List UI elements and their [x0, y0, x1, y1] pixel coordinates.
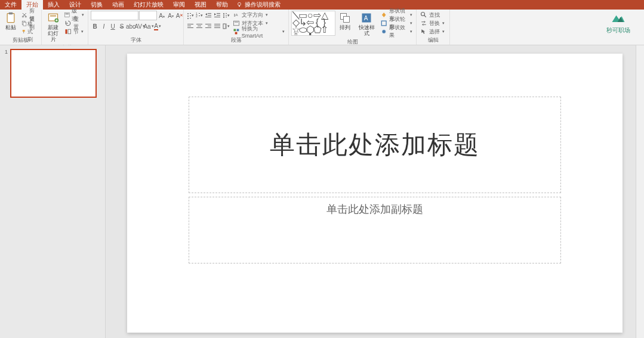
justify-button[interactable] [213, 22, 221, 30]
tab-file[interactable]: 文件 [0, 0, 21, 10]
decrease-indent-icon [205, 12, 212, 19]
chevron-down-icon: ▾ [410, 21, 412, 26]
title-placeholder-text: 单击此处添加标题 [270, 128, 480, 162]
chevron-down-icon: ▾ [227, 13, 230, 18]
reset-button[interactable]: 重置 [63, 19, 85, 27]
decrease-font-button[interactable]: A▾ [167, 11, 175, 20]
font-color-button[interactable]: A▾ [153, 22, 162, 30]
svg-point-17 [187, 13, 189, 14]
bullets-icon [187, 12, 191, 19]
tab-view[interactable]: 视图 [190, 0, 211, 10]
svg-rect-3 [9, 13, 13, 14]
slide-number: 1 [5, 49, 8, 98]
chevron-down-icon: ▾ [159, 24, 161, 29]
group-slides: 新建 幻灯片 版式▾ 重置 节▾ 幻灯片 [42, 10, 88, 45]
increase-indent-button[interactable] [213, 11, 221, 20]
svg-rect-27 [208, 13, 211, 14]
cut-icon [21, 11, 27, 18]
format-painter-button[interactable]: 格式刷 [20, 27, 39, 36]
tab-slideshow[interactable]: 幻灯片放映 [129, 0, 168, 10]
vertical-scrollbar[interactable] [636, 45, 644, 338]
slide[interactable]: 单击此处添加标题 单击此处添加副标题 [127, 54, 623, 333]
svg-rect-42 [205, 24, 211, 24]
arrange-icon [339, 12, 351, 24]
clear-formatting-button[interactable]: A✕ [175, 11, 184, 20]
change-case-button[interactable]: Aa▾ [144, 22, 153, 30]
svg-rect-57 [344, 17, 350, 23]
align-left-icon [187, 23, 194, 30]
svg-point-19 [187, 15, 189, 17]
svg-rect-35 [226, 17, 227, 17]
section-button[interactable]: 节▾ [63, 27, 85, 36]
replace-button[interactable]: 替换▾ [419, 19, 446, 27]
brand-logo: 秒可职场 [597, 12, 639, 35]
shape-effects-button[interactable]: 形状效果▾ [380, 27, 414, 36]
svg-rect-53 [233, 29, 236, 32]
align-center-button[interactable] [195, 22, 204, 30]
tab-review[interactable]: 审阅 [168, 0, 190, 10]
align-left-button[interactable] [186, 22, 195, 30]
svg-rect-31 [217, 15, 220, 15]
svg-rect-37 [187, 26, 191, 26]
group-label-paragraph: 段落 [186, 36, 286, 44]
increase-font-button[interactable]: A▴ [158, 11, 166, 20]
svg-rect-18 [190, 13, 191, 14]
char-spacing-button[interactable]: AV▾ [135, 22, 144, 30]
text-direction-button[interactable]: ||A文字方向▾ [232, 11, 286, 19]
smartart-button[interactable]: 转换为 SmartArt▾ [232, 27, 286, 36]
shape-effects-icon [381, 28, 387, 35]
bold-button[interactable]: B [91, 22, 99, 30]
group-label-editing: 编辑 [419, 36, 447, 44]
decrease-indent-button[interactable] [204, 11, 212, 20]
quick-styles-button[interactable]: A 快速样式 [355, 11, 378, 38]
tell-me-label: 操作说明搜索 [245, 1, 281, 9]
svg-rect-45 [214, 24, 220, 24]
svg-rect-44 [205, 27, 211, 28]
increase-indent-icon [214, 12, 221, 19]
arrange-button[interactable]: 排列 [337, 11, 353, 32]
shapes-gallery[interactable]: ＼ ▭ ○ ⇨ △ ◇ ↳ ⇦ { } ☆ ⬭ ⬡ ⬠ ⇧ ⇩ ☁ ✚ [291, 11, 335, 36]
strikethrough-button[interactable]: S [118, 22, 126, 30]
font-size-select[interactable] [139, 11, 157, 20]
svg-rect-32 [214, 17, 220, 17]
subtitle-placeholder[interactable]: 单击此处添加副标题 [189, 197, 561, 263]
chevron-down-icon: ▾ [81, 29, 84, 34]
line-spacing-button[interactable]: ▾ [222, 11, 230, 20]
bullets-button[interactable]: ▾ [186, 11, 195, 20]
font-family-select[interactable] [91, 11, 138, 20]
select-button[interactable]: 选择▾ [419, 27, 446, 36]
svg-rect-15 [66, 29, 67, 34]
svg-rect-40 [198, 26, 201, 26]
shape-up-icon: ⇧ [321, 26, 328, 33]
tab-help[interactable]: 帮助 [211, 0, 233, 10]
tab-transitions[interactable]: 切换 [86, 0, 107, 10]
text-direction-icon: ||A [233, 11, 240, 18]
tell-me-search[interactable]: 操作说明搜索 [233, 0, 284, 10]
svg-text:||A: ||A [234, 13, 238, 17]
find-button[interactable]: 查找 [419, 11, 446, 19]
svg-rect-51 [234, 21, 239, 26]
italic-button[interactable]: I [100, 22, 108, 30]
underline-button[interactable]: U [109, 22, 117, 30]
columns-button[interactable]: ▾ [222, 22, 230, 30]
tab-animations[interactable]: 动画 [107, 0, 129, 10]
shape-outline-icon [381, 20, 387, 27]
paste-button[interactable]: 粘贴 [2, 11, 19, 32]
align-right-button[interactable] [204, 22, 212, 30]
text-shadow-button[interactable]: abc [127, 22, 135, 30]
group-clipboard: 粘贴 剪切 复制 格式刷 剪贴板 [0, 10, 42, 45]
ribbon-tab-bar: 文件 开始 插入 设计 切换 动画 幻灯片放映 审阅 视图 帮助 操作说明搜索 [0, 0, 644, 10]
svg-rect-8 [23, 30, 25, 32]
slide-thumbnail-1[interactable] [10, 49, 97, 98]
tab-insert[interactable]: 插入 [43, 0, 64, 10]
select-icon [420, 28, 427, 35]
chevron-down-icon: ▾ [266, 13, 268, 17]
new-slide-button[interactable]: 新建 幻灯片 [44, 11, 62, 44]
replace-icon [420, 20, 427, 27]
group-label-font: 字体 [91, 36, 181, 44]
shape-cloud-icon: ☁ [300, 33, 306, 36]
title-placeholder[interactable]: 单击此处添加标题 [189, 97, 561, 193]
svg-rect-47 [214, 27, 220, 28]
svg-point-21 [187, 18, 189, 19]
numbering-button[interactable]: 12▾ [195, 11, 204, 20]
